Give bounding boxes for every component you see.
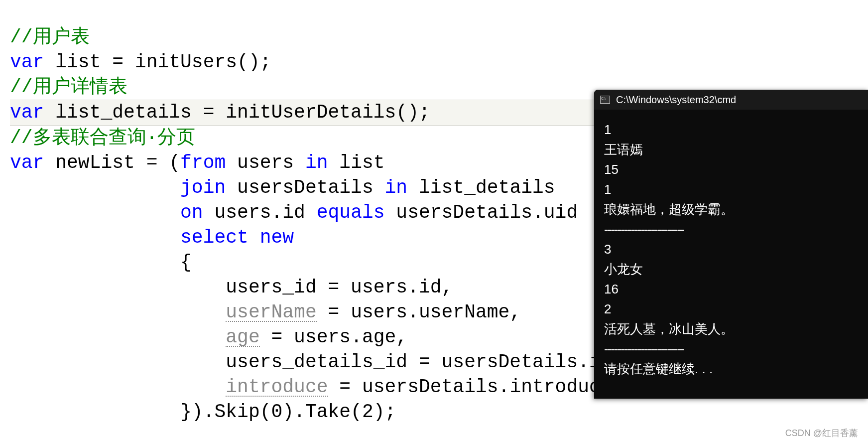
keyword-new: new bbox=[260, 227, 294, 248]
code-text: { bbox=[10, 252, 192, 273]
console-titlebar[interactable]: C:\Windows\system32\cmd bbox=[594, 90, 868, 110]
output-line: 16 bbox=[604, 279, 858, 299]
keyword-var: var bbox=[10, 51, 44, 73]
unused-variable: age bbox=[226, 329, 259, 347]
keyword-on: on bbox=[180, 202, 203, 223]
output-prompt: 请按任意键继续. . . bbox=[604, 359, 858, 379]
code-indent bbox=[10, 376, 226, 398]
output-line: 活死人墓，冰山美人。 bbox=[604, 319, 858, 339]
code-text: list_details bbox=[407, 177, 555, 198]
keyword-from: from bbox=[180, 152, 226, 173]
unused-variable: userName bbox=[226, 304, 316, 322]
code-indent bbox=[10, 326, 226, 348]
keyword-in: in bbox=[385, 177, 408, 198]
code-text: newList = ( bbox=[44, 152, 180, 173]
code-text: usersDetails.uid bbox=[385, 202, 578, 223]
code-text: list_details = initUserDetails(); bbox=[44, 102, 430, 123]
keyword-var: var bbox=[10, 152, 44, 173]
code-text: = users.userName, bbox=[317, 301, 521, 323]
code-text: }).Skip(0).Take(2); bbox=[10, 401, 396, 423]
output-line: 1 bbox=[604, 179, 858, 199]
output-line: 王语嫣 bbox=[604, 140, 858, 159]
keyword-equals: equals bbox=[317, 202, 385, 223]
output-line: 琅嬛福地，超级学霸。 bbox=[604, 199, 858, 219]
cmd-icon bbox=[600, 96, 610, 104]
output-line: 小龙女 bbox=[604, 259, 858, 279]
code-text: usersDetails bbox=[226, 177, 384, 198]
code-text: users bbox=[226, 152, 305, 173]
code-indent bbox=[10, 202, 180, 223]
code-text: users.id bbox=[203, 202, 317, 223]
watermark: CSDN @红目香薰 bbox=[785, 427, 858, 439]
keyword-join: join bbox=[180, 177, 226, 198]
code-text: = users.age, bbox=[260, 326, 407, 348]
output-divider: ------------------------ bbox=[604, 219, 858, 239]
keyword-select: select bbox=[180, 227, 248, 248]
code-text: users_id = users.id, bbox=[10, 277, 453, 298]
console-window[interactable]: C:\Windows\system32\cmd 1 王语嫣 15 1 琅嬛福地，… bbox=[594, 90, 868, 399]
console-title: C:\Windows\system32\cmd bbox=[616, 94, 736, 106]
unused-variable: introduce bbox=[226, 379, 328, 397]
console-output[interactable]: 1 王语嫣 15 1 琅嬛福地，超级学霸。 ------------------… bbox=[594, 110, 868, 389]
comment-line: //多表联合查询·分页 bbox=[10, 127, 195, 148]
output-divider: ------------------------ bbox=[604, 339, 858, 359]
code-indent bbox=[10, 177, 180, 198]
code-indent bbox=[10, 301, 226, 323]
code-indent bbox=[10, 227, 180, 248]
comment-line: //用户表 bbox=[10, 26, 90, 48]
output-line: 2 bbox=[604, 299, 858, 319]
keyword-in: in bbox=[305, 152, 328, 173]
output-line: 1 bbox=[604, 120, 858, 140]
code-text: users_details_id = usersDetails.id, bbox=[10, 351, 623, 373]
keyword-var: var bbox=[10, 102, 44, 123]
code-text: list bbox=[328, 152, 385, 173]
code-text: = usersDetails.introduce bbox=[328, 376, 612, 398]
output-line: 3 bbox=[604, 239, 858, 259]
output-line: 15 bbox=[604, 159, 858, 179]
code-text: list = initUsers(); bbox=[44, 51, 271, 73]
comment-line: //用户详情表 bbox=[10, 76, 127, 98]
